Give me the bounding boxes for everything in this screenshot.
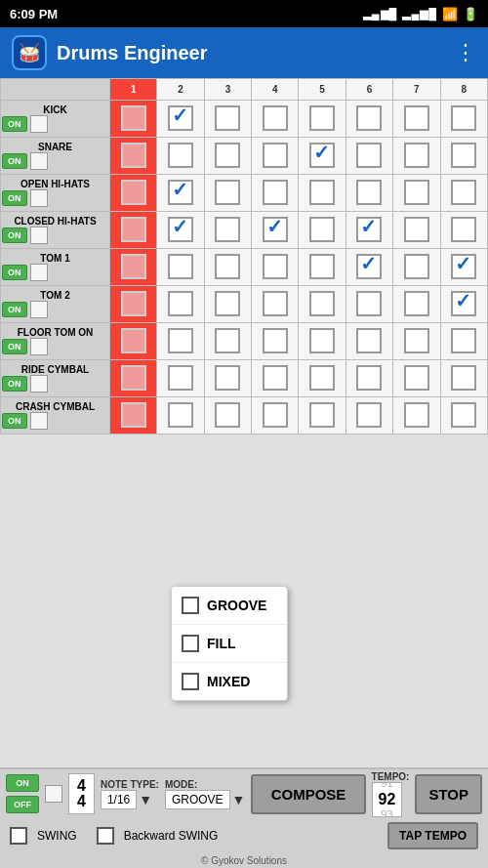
beat-checkbox-1-5[interactable]	[356, 143, 382, 168]
beat-cell-7-5[interactable]	[346, 360, 392, 397]
beat-checkbox-5-4[interactable]	[309, 291, 335, 316]
beat-checkbox-1-4[interactable]	[309, 143, 335, 168]
stop-button[interactable]: STOP	[415, 774, 482, 814]
beat-cell-8-1[interactable]	[157, 397, 204, 434]
beat-checkbox-2-1[interactable]	[168, 180, 193, 205]
beat-checkbox-0-7[interactable]	[451, 105, 476, 131]
beat-cell-0-5[interactable]	[346, 101, 392, 138]
beat-cell-3-4[interactable]	[299, 212, 346, 249]
beat-checkbox-4-6[interactable]	[404, 254, 429, 279]
beat-cell-6-3[interactable]	[252, 323, 299, 360]
beat-checkbox-3-2[interactable]	[215, 217, 240, 242]
beat-checkbox-4-7[interactable]	[451, 254, 476, 279]
beat-checkbox-7-7[interactable]	[451, 365, 476, 391]
beat-cell-4-2[interactable]	[204, 249, 251, 286]
beat-cell-5-5[interactable]	[346, 286, 392, 323]
global-checkbox[interactable]	[45, 785, 62, 803]
beat-checkbox-2-4[interactable]	[309, 180, 335, 205]
beat-cell-8-0[interactable]	[110, 397, 157, 434]
beat-cell-6-0[interactable]	[110, 323, 157, 360]
global-on-button[interactable]: ON	[6, 774, 39, 792]
note-type-arrow-icon[interactable]: ▼	[139, 792, 152, 807]
beat-cell-3-6[interactable]	[393, 212, 440, 249]
beat-checkbox-4-0[interactable]	[121, 254, 146, 279]
row-checkbox-7[interactable]	[30, 375, 48, 393]
beat-cell-4-5[interactable]	[346, 249, 392, 286]
beat-cell-3-7[interactable]	[440, 212, 487, 249]
beat-checkbox-6-0[interactable]	[121, 328, 146, 353]
beat-cell-0-1[interactable]	[157, 101, 204, 138]
on-button-7[interactable]: ON	[2, 376, 27, 392]
beat-cell-6-2[interactable]	[204, 323, 251, 360]
more-menu-icon[interactable]: ⋮	[455, 40, 476, 65]
beat-checkbox-5-7[interactable]	[451, 291, 476, 316]
beat-checkbox-3-4[interactable]	[309, 217, 335, 242]
beat-checkbox-7-2[interactable]	[215, 365, 240, 391]
beat-cell-5-2[interactable]	[204, 286, 251, 323]
row-checkbox-5[interactable]	[30, 301, 48, 318]
beat-cell-1-0[interactable]	[110, 138, 157, 175]
beat-checkbox-1-0[interactable]	[121, 143, 146, 168]
beat-cell-4-3[interactable]	[252, 249, 299, 286]
mode-value[interactable]: GROOVE	[165, 790, 230, 809]
tap-tempo-button[interactable]: TAP TEMPO	[387, 822, 478, 849]
beat-cell-3-3[interactable]	[252, 212, 299, 249]
beat-cell-0-4[interactable]	[299, 101, 346, 138]
beat-checkbox-6-3[interactable]	[263, 328, 288, 353]
beat-checkbox-7-6[interactable]	[404, 365, 429, 391]
beat-cell-4-1[interactable]	[157, 249, 204, 286]
beat-cell-1-2[interactable]	[204, 138, 251, 175]
row-checkbox-2[interactable]	[30, 189, 48, 207]
on-button-3[interactable]: ON	[2, 227, 27, 243]
dropdown-item-mixed[interactable]: MIXED	[172, 663, 287, 700]
beat-cell-2-7[interactable]	[440, 175, 487, 212]
beat-checkbox-5-2[interactable]	[215, 291, 240, 316]
on-button-4[interactable]: ON	[2, 265, 27, 280]
beat-checkbox-5-5[interactable]	[356, 291, 382, 316]
beat-checkbox-5-6[interactable]	[404, 291, 429, 316]
beat-checkbox-8-7[interactable]	[451, 402, 476, 428]
beat-cell-6-4[interactable]	[299, 323, 346, 360]
beat-checkbox-1-3[interactable]	[263, 143, 288, 168]
beat-cell-6-6[interactable]	[393, 323, 440, 360]
beat-checkbox-3-7[interactable]	[451, 217, 476, 242]
beat-checkbox-3-3[interactable]	[263, 217, 288, 242]
beat-checkbox-1-6[interactable]	[404, 143, 429, 168]
beat-checkbox-4-5[interactable]	[356, 254, 382, 279]
on-button-6[interactable]: ON	[2, 339, 27, 354]
note-type-value[interactable]: 1/16	[101, 790, 137, 809]
on-button-1[interactable]: ON	[2, 153, 27, 169]
swing-checkbox[interactable]	[10, 827, 27, 845]
beat-checkbox-8-6[interactable]	[404, 402, 429, 428]
beat-cell-6-5[interactable]	[346, 323, 392, 360]
beat-checkbox-4-3[interactable]	[263, 254, 288, 279]
dropdown-fill-checkbox[interactable]	[182, 635, 199, 652]
beat-cell-1-6[interactable]	[393, 138, 440, 175]
beat-cell-2-4[interactable]	[299, 175, 346, 212]
beat-checkbox-8-0[interactable]	[121, 402, 146, 428]
beat-checkbox-7-1[interactable]	[168, 365, 193, 391]
time-signature[interactable]: 4 4	[68, 773, 95, 814]
beat-checkbox-8-2[interactable]	[215, 402, 240, 428]
beat-cell-1-3[interactable]	[252, 138, 299, 175]
on-button-5[interactable]: ON	[2, 302, 27, 317]
beat-cell-2-2[interactable]	[204, 175, 251, 212]
beat-cell-7-7[interactable]	[440, 360, 487, 397]
beat-checkbox-5-3[interactable]	[263, 291, 288, 316]
beat-checkbox-0-6[interactable]	[404, 105, 429, 131]
beat-checkbox-2-6[interactable]	[404, 180, 429, 205]
beat-checkbox-8-1[interactable]	[168, 402, 193, 428]
beat-checkbox-2-3[interactable]	[263, 180, 288, 205]
beat-checkbox-6-2[interactable]	[215, 328, 240, 353]
beat-checkbox-8-3[interactable]	[263, 402, 288, 428]
beat-cell-4-4[interactable]	[299, 249, 346, 286]
beat-cell-0-6[interactable]	[393, 101, 440, 138]
beat-checkbox-4-2[interactable]	[215, 254, 240, 279]
beat-cell-7-6[interactable]	[393, 360, 440, 397]
beat-cell-5-4[interactable]	[299, 286, 346, 323]
beat-cell-5-1[interactable]	[157, 286, 204, 323]
beat-checkbox-1-7[interactable]	[451, 143, 476, 168]
beat-cell-4-0[interactable]	[110, 249, 157, 286]
beat-cell-3-2[interactable]	[204, 212, 251, 249]
beat-cell-2-1[interactable]	[157, 175, 204, 212]
